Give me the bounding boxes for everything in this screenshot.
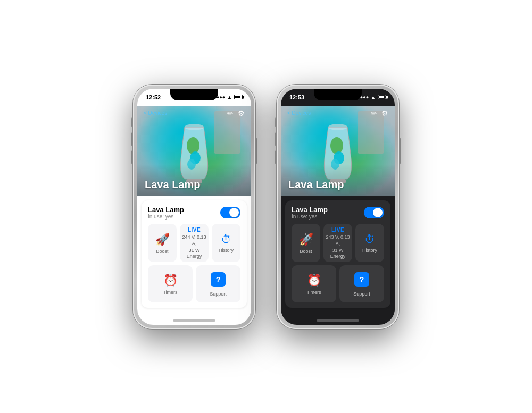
boost-label-1: Boost [156,249,168,254]
toggle-1[interactable] [220,207,240,218]
card-info-2: Lava Lamp In use: yes [292,206,328,220]
nav-right-2: ✏ ⚙ [371,109,388,117]
phone-screen-1: 12:52 ●●● ▲ < Devices ✏ ⚙ [137,89,251,325]
action-grid-bottom-1: ⏰ Timers ? Support [148,265,240,302]
content-area-2: Lava Lamp In use: yes 🚀 Boost LIVE [281,196,395,313]
live-badge-1: LIVE [188,227,201,233]
timers-label-2: Timers [306,290,321,295]
device-name-2: Lava Lamp [292,206,328,214]
device-card-2: Lava Lamp In use: yes 🚀 Boost LIVE [285,200,390,308]
history-label-1: History [219,248,234,253]
history-icon-1: ⏱ [221,233,231,246]
timers-label-1: Timers [163,290,177,295]
support-label-1: Support [210,291,227,297]
timers-icon-1: ⏰ [163,274,178,288]
hero-nav-1: < Devices ✏ ⚙ [137,106,251,121]
settings-icon-1[interactable]: ⚙ [238,109,245,117]
history-cell-1[interactable]: ⏱ History [212,224,240,263]
nav-right-1: ✏ ⚙ [227,109,245,117]
phone-1: 12:52 ●●● ▲ < Devices ✏ ⚙ [133,85,255,329]
live-data-1: 244 V, 0.13 A,31 W [182,234,206,254]
battery-icon-1 [234,95,243,99]
boost-icon-2: 🚀 [299,233,313,247]
wifi-icon-2: ▲ [371,95,376,100]
home-indicator-1[interactable] [173,319,215,322]
back-button-2[interactable]: < Devices [287,110,311,116]
card-header-2: Lava Lamp In use: yes [292,206,384,220]
timers-cell-2[interactable]: ⏰ Timers [292,265,336,302]
action-grid-1: 🚀 Boost LIVE 244 V, 0.13 A,31 W Energy ⏱ [148,224,240,263]
device-card-1: Lava Lamp In use: yes 🚀 Boost [142,200,247,308]
home-indicator-2[interactable] [317,319,359,322]
history-cell-2[interactable]: ⏱ History [355,224,384,263]
status-icons-2: ●●● ▲ [360,95,386,100]
card-header-1: Lava Lamp In use: yes [148,206,240,220]
support-icon-2: ? [354,272,369,287]
boost-cell-1[interactable]: 🚀 Boost [148,224,177,263]
support-cell-2[interactable]: ? Support [339,265,384,302]
hero-area-2: < Devices ✏ ⚙ [281,106,395,196]
action-grid-bottom-2: ⏰ Timers ? Support [292,265,384,302]
phone-screen-2: 12:53 ●●● ▲ < Devices ✏ ⚙ [281,89,395,325]
phone-2: 12:53 ●●● ▲ < Devices ✏ ⚙ [277,85,399,329]
support-icon-1: ? [211,272,226,287]
timers-icon-2: ⏰ [307,274,321,288]
energy-label-2: Energy [330,254,346,259]
hero-nav-2: < Devices ✏ ⚙ [281,106,395,121]
history-icon-2: ⏱ [364,233,375,246]
phone-frame-1: 12:52 ●●● ▲ < Devices ✏ ⚙ [133,85,255,329]
energy-cell-1[interactable]: LIVE 244 V, 0.13 A,31 W Energy [180,224,209,263]
energy-cell-2[interactable]: LIVE 243 V, 0.13 A,31 W Energy [323,224,352,263]
signal-icon-2: ●●● [360,95,369,100]
live-data-2: 243 V, 0.13 A,31 W [326,234,350,254]
device-status-2: In use: yes [292,214,328,220]
boost-icon-1: 🚀 [155,233,170,247]
content-area-1: Lava Lamp In use: yes 🚀 Boost [137,196,251,313]
toggle-2[interactable] [364,207,384,218]
battery-icon-2 [378,95,386,99]
hero-area-1: < Devices ✏ ⚙ [137,106,251,196]
wifi-icon-1: ▲ [227,95,232,100]
boost-cell-2[interactable]: 🚀 Boost [292,224,320,263]
edit-icon-1[interactable]: ✏ [227,109,234,117]
device-status-1: In use: yes [148,214,184,220]
status-time-1: 12:52 [146,94,161,100]
support-cell-1[interactable]: ? Support [196,265,240,302]
hero-title-2: Lava Lamp [288,179,344,191]
action-grid-2: 🚀 Boost LIVE 243 V, 0.13 A,31 W Energy ⏱… [292,224,384,263]
settings-icon-2[interactable]: ⚙ [381,109,388,117]
svg-point-7 [330,137,343,154]
signal-icon-1: ●●● [217,95,225,100]
hero-title-1: Lava Lamp [145,179,200,191]
edit-icon-2[interactable]: ✏ [371,109,377,117]
status-bar-1: 12:52 ●●● ▲ [137,89,251,106]
energy-label-1: Energy [187,254,202,259]
back-button-1[interactable]: < Devices [144,110,167,116]
status-time-2: 12:53 [289,94,304,100]
status-icons-1: ●●● ▲ [217,95,243,100]
status-bar-2: 12:53 ●●● ▲ [281,89,395,106]
history-label-2: History [362,248,377,253]
card-info-1: Lava Lamp In use: yes [148,206,184,220]
boost-label-2: Boost [300,249,312,254]
live-badge-2: LIVE [331,227,344,233]
phone-frame-2: 12:53 ●●● ▲ < Devices ✏ ⚙ [277,85,399,329]
svg-point-1 [187,137,200,154]
support-label-2: Support [353,291,370,297]
device-name-1: Lava Lamp [148,206,184,214]
timers-cell-1[interactable]: ⏰ Timers [148,265,193,302]
